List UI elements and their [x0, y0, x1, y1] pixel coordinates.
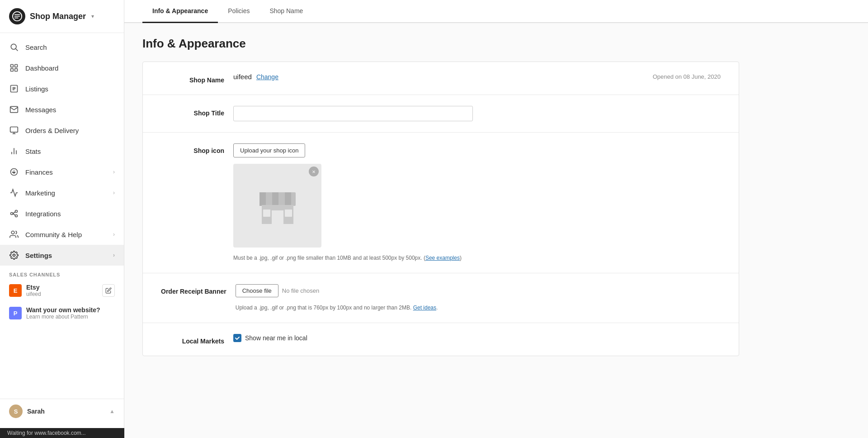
shop-name-field-content: uifeed Change Opened on 08 June, 2020 — [233, 73, 721, 81]
local-markets-row: Local Markets Show near me in local — [143, 323, 739, 356]
sidebar-item-community-label: Community & Help — [25, 231, 107, 238]
see-examples-link[interactable]: See examples — [425, 255, 460, 261]
shop-title-input[interactable] — [233, 106, 473, 121]
shop-icon-field-label: Shop icon — [161, 143, 224, 154]
pattern-channel-icon: P — [9, 307, 22, 319]
pattern-channel-info: Want your own website? Learn more about … — [26, 306, 115, 320]
sales-channel-etsy: E Etsy uifeed — [0, 279, 124, 302]
sidebar-item-dashboard[interactable]: Dashboard — [0, 57, 124, 78]
svg-rect-31 — [263, 209, 270, 217]
settings-expand-icon: › — [113, 252, 115, 258]
order-banner-field-content: Choose file No file chosen Upload a .jpg… — [236, 284, 721, 312]
banner-hint-text: Upload a .jpg, .gif or .png that is 760p… — [236, 304, 721, 312]
opened-date: Opened on 08 June, 2020 — [653, 73, 721, 80]
order-banner-row: Order Receipt Banner Choose file No file… — [143, 273, 739, 323]
tab-info-appearance[interactable]: Info & Appearance — [142, 0, 218, 23]
tab-policies[interactable]: Policies — [218, 0, 259, 23]
upload-icon-button[interactable]: Upload your shop icon — [233, 143, 305, 157]
svg-point-20 — [15, 215, 18, 217]
tab-shop-name[interactable]: Shop Name — [259, 0, 313, 23]
user-avatar: S — [9, 405, 23, 418]
svg-line-22 — [13, 214, 15, 215]
sidebar-user[interactable]: S Sarah ▲ — [0, 399, 124, 424]
sidebar-item-stats[interactable]: Stats — [0, 141, 124, 162]
sidebar: Shop Manager ▾ Search Dashboard Listings — [0, 0, 124, 438]
svg-point-23 — [11, 231, 14, 234]
main-content: Info & Appearance Policies Shop Name Inf… — [124, 0, 868, 438]
svg-rect-3 — [11, 65, 14, 67]
shop-title-row: Shop Title — [143, 95, 739, 133]
user-name: Sarah — [27, 408, 105, 415]
sidebar-item-orders[interactable]: Orders & Delivery — [0, 120, 124, 141]
svg-point-24 — [13, 254, 15, 257]
svg-rect-30 — [272, 210, 283, 224]
dashboard-icon — [9, 63, 19, 73]
tab-bar: Info & Appearance Policies Shop Name — [124, 0, 868, 23]
user-menu-icon: ▲ — [109, 408, 115, 414]
pattern-channel-name: Want your own website? — [26, 306, 115, 314]
svg-rect-32 — [285, 209, 292, 217]
content-area: Info & Appearance Shop Name uifeed Chang… — [124, 23, 757, 370]
shop-icon-preview: × — [233, 164, 321, 248]
sales-channels-label: SALES CHANNELS — [0, 266, 124, 279]
sidebar-item-listings[interactable]: Listings — [0, 78, 124, 99]
svg-line-21 — [13, 212, 15, 214]
stats-icon — [9, 146, 19, 156]
shop-name-value: uifeed — [233, 73, 252, 81]
get-ideas-link[interactable]: Get ideas — [413, 305, 436, 311]
settings-icon — [9, 250, 19, 260]
sidebar-item-messages[interactable]: Messages — [0, 99, 124, 120]
sidebar-item-listings-label: Listings — [25, 85, 115, 93]
etsy-channel-name: Etsy — [26, 284, 98, 291]
local-markets-checkbox-label: Show near me in local — [245, 334, 307, 342]
sidebar-item-messages-label: Messages — [25, 106, 115, 114]
shop-icon-field-content: Upload your shop icon × — [233, 143, 721, 262]
status-bar: Waiting for www.facebook.com... — [0, 428, 124, 438]
shop-name-field-label: Shop Name — [161, 73, 224, 84]
change-shop-name-link[interactable]: Change — [256, 73, 278, 81]
shop-icon-row: Shop icon Upload your shop icon × — [143, 133, 739, 273]
messages-icon — [9, 105, 19, 114]
etsy-edit-button[interactable] — [102, 284, 115, 297]
svg-point-18 — [11, 213, 13, 215]
shop-title-field-content — [233, 106, 721, 121]
listings-icon — [9, 84, 19, 94]
etsy-channel-info: Etsy uifeed — [26, 284, 98, 297]
local-markets-field-content: Show near me in local — [233, 334, 721, 342]
shop-icon-close-button[interactable]: × — [309, 167, 319, 176]
choose-file-button[interactable]: Choose file — [236, 284, 278, 297]
sidebar-item-settings[interactable]: Settings › — [0, 245, 124, 266]
local-markets-checkbox[interactable] — [233, 334, 241, 342]
svg-line-2 — [16, 49, 18, 51]
svg-point-19 — [15, 210, 18, 213]
svg-rect-6 — [15, 69, 18, 71]
sidebar-item-finances[interactable]: Finances › — [0, 162, 124, 182]
svg-point-1 — [11, 44, 16, 49]
community-icon — [9, 229, 19, 239]
community-expand-icon: › — [113, 231, 115, 238]
shop-name-row: Shop Name uifeed Change Opened on 08 Jun… — [143, 62, 739, 95]
sidebar-item-orders-label: Orders & Delivery — [25, 127, 115, 134]
marketing-expand-icon: › — [113, 190, 115, 196]
sidebar-item-community[interactable]: Community & Help › — [0, 224, 124, 245]
finances-expand-icon: › — [113, 169, 115, 175]
no-file-chosen-text: No file chosen — [282, 287, 319, 294]
sidebar-header: Shop Manager ▾ — [0, 0, 124, 33]
sidebar-item-marketing[interactable]: Marketing › — [0, 182, 124, 203]
sidebar-item-search-label: Search — [25, 43, 115, 51]
order-banner-field-label: Order Receipt Banner — [161, 284, 226, 295]
sidebar-item-settings-label: Settings — [25, 252, 107, 259]
svg-rect-28 — [285, 192, 291, 206]
shop-manager-dropdown-icon[interactable]: ▾ — [91, 13, 94, 19]
icon-hint-text: Must be a .jpg, .gif or .png file smalle… — [233, 254, 721, 262]
sidebar-item-integrations[interactable]: Integrations — [0, 203, 124, 224]
svg-rect-11 — [10, 127, 18, 133]
etsy-channel-sub: uifeed — [26, 291, 98, 297]
etsy-channel-icon: E — [9, 284, 22, 297]
sidebar-item-dashboard-label: Dashboard — [25, 64, 115, 72]
local-markets-checkbox-row: Show near me in local — [233, 334, 721, 342]
sidebar-item-marketing-label: Marketing — [25, 189, 107, 197]
sidebar-item-search[interactable]: Search — [0, 37, 124, 57]
orders-icon — [9, 125, 19, 135]
sales-channel-pattern[interactable]: P Want your own website? Learn more abou… — [0, 302, 124, 324]
